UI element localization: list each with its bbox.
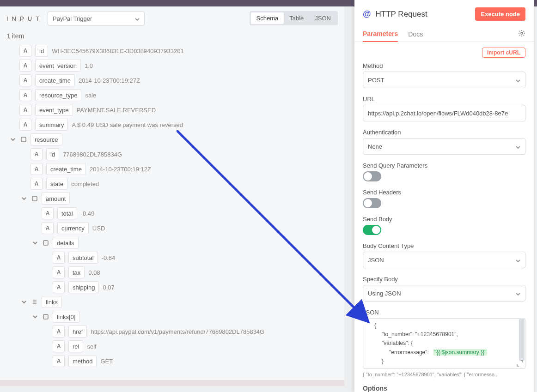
select-method[interactable]: POST xyxy=(363,72,525,88)
field-resource[interactable]: resource xyxy=(6,132,338,147)
chevron-down-icon xyxy=(516,78,520,82)
label-auth: Authentication xyxy=(363,129,525,136)
input-url[interactable] xyxy=(363,105,525,121)
tab-schema[interactable]: Schema xyxy=(251,12,284,24)
label-send-headers: Send Headers xyxy=(363,189,525,196)
chevron-down-icon xyxy=(516,258,520,262)
toggle-send-headers[interactable] xyxy=(363,198,381,208)
schema-tree: AidWH-3EC545679X386831C-3D03894093793320… xyxy=(0,43,344,376)
tab-parameters[interactable]: Parameters xyxy=(363,26,398,42)
chevron-down-icon xyxy=(135,16,140,21)
json-preview: { "to_number": "+12345678901", "variable… xyxy=(363,372,525,377)
svg-rect-3 xyxy=(43,314,48,319)
tab-json[interactable]: JSON xyxy=(309,12,336,24)
import-curl-button[interactable]: Import cURL xyxy=(482,48,525,58)
label-options: Options xyxy=(363,385,525,392)
field-resource-type: Aresource_typesale xyxy=(6,88,338,103)
label-method: Method xyxy=(363,62,525,69)
expand-icon[interactable] xyxy=(517,360,523,367)
chevron-down-icon xyxy=(516,144,520,149)
json-editor[interactable]: { "to_number": "+12345678901", "variable… xyxy=(363,318,525,369)
label-send-body: Send Body xyxy=(363,216,525,223)
chevron-down-icon xyxy=(9,136,17,143)
view-tabs: Schema Table JSON xyxy=(250,11,338,25)
field-create-time: Acreate_time2014-10-23T00:19:27Z xyxy=(6,73,338,88)
object-icon xyxy=(20,136,27,143)
expression-highlight: "{{ $json.summary }}" xyxy=(433,349,488,356)
tab-table[interactable]: Table xyxy=(284,12,309,24)
toggle-send-body[interactable] xyxy=(363,225,381,235)
label-url: URL xyxy=(363,96,525,103)
field-links-0[interactable]: links[0] xyxy=(6,309,338,324)
field-details[interactable]: details xyxy=(6,235,338,250)
svg-rect-2 xyxy=(43,241,48,245)
svg-rect-0 xyxy=(21,137,26,142)
tab-docs[interactable]: Docs xyxy=(408,27,423,42)
field-links[interactable]: links xyxy=(6,295,338,309)
chevron-down-icon xyxy=(20,195,28,202)
object-icon xyxy=(43,240,49,246)
panel-title: HTTP Request xyxy=(376,10,427,19)
toggle-send-query-params[interactable] xyxy=(363,171,381,181)
field-summary: AsummaryA $ 0.49 USD sale payment was re… xyxy=(6,117,338,132)
select-specify-body[interactable]: Using JSON xyxy=(363,285,525,302)
input-label: INPUT xyxy=(6,15,43,22)
field-event-type: Aevent_typePAYMENT.SALE.REVERSED xyxy=(6,103,338,117)
chevron-down-icon xyxy=(31,239,39,247)
label-json: JSON xyxy=(363,309,525,316)
chevron-down-icon xyxy=(516,291,520,296)
select-body-content-type[interactable]: JSON xyxy=(363,252,525,268)
scrollbar[interactable] xyxy=(519,319,525,361)
http-at-icon: @ xyxy=(363,9,371,19)
select-auth[interactable]: None xyxy=(363,138,525,155)
svg-rect-1 xyxy=(32,196,37,201)
list-icon xyxy=(31,299,38,305)
execute-node-button[interactable]: Execute node xyxy=(475,7,525,21)
label-send-query-params: Send Query Parameters xyxy=(363,162,525,169)
trigger-select[interactable]: PayPal Trigger xyxy=(48,11,145,26)
node-panel: @ HTTP Request Execute node Parameters D… xyxy=(354,0,534,392)
svg-point-4 xyxy=(521,32,523,34)
label-specify-body: Specify Body xyxy=(363,276,525,283)
item-count: 1 item xyxy=(0,30,344,43)
input-column: INPUT PayPal Trigger Schema Table JSON 1… xyxy=(0,6,344,386)
chevron-down-icon xyxy=(31,313,39,320)
object-icon xyxy=(31,195,38,202)
object-icon xyxy=(43,314,49,320)
trigger-value: PayPal Trigger xyxy=(53,15,92,22)
footer-bar xyxy=(0,380,344,386)
type-string-icon: A xyxy=(19,45,31,57)
gear-icon[interactable] xyxy=(518,30,525,39)
field-amount[interactable]: amount xyxy=(6,191,338,206)
chevron-down-icon xyxy=(20,298,28,306)
field-id: AidWH-3EC545679X386831C-3D03894093793320… xyxy=(6,43,338,58)
field-event-version: Aevent_version1.0 xyxy=(6,58,338,73)
label-body-content-type: Body Content Type xyxy=(363,242,525,249)
